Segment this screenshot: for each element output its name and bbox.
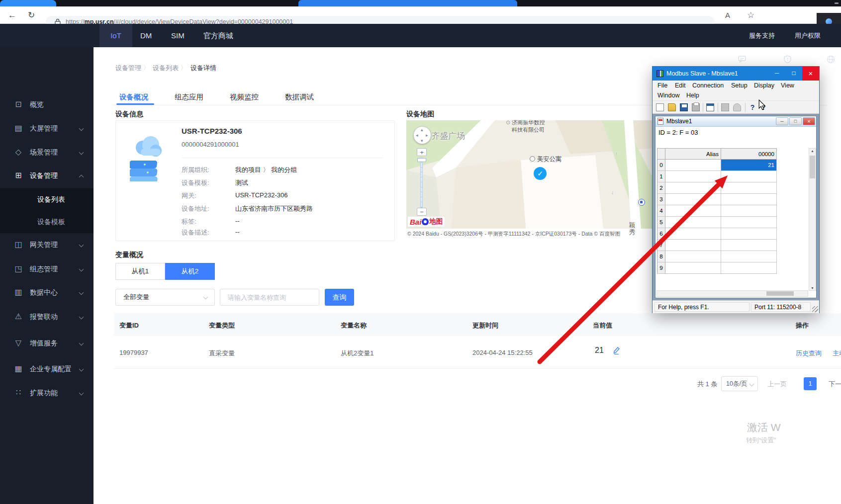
nav-item-iot[interactable]: IoT [99, 24, 132, 47]
slave2-tab[interactable]: 从机2 [165, 263, 215, 280]
breadcrumb-device-mgmt[interactable]: 设备管理 [115, 64, 141, 73]
grid-cell-alias-2[interactable] [665, 182, 721, 194]
menu-display[interactable]: Display [754, 81, 774, 90]
page-size-select[interactable]: 10条/页 [721, 376, 758, 391]
window-pane-icon[interactable] [706, 103, 714, 111]
new-file-icon[interactable] [656, 103, 664, 111]
map-zoom-slider-thumb[interactable] [417, 158, 426, 162]
close-button[interactable]: × [802, 67, 819, 81]
grid-cell-value-1[interactable] [721, 171, 777, 182]
sidebar-item-alarm[interactable]: ⚠ 报警联动 [0, 310, 93, 323]
grid-cell-value-8[interactable] [721, 251, 777, 262]
doc-titlebar[interactable]: Mbslave1 ─ □ × [655, 116, 816, 127]
map-pan-control[interactable]: ▴ ▾ ◂ ▸ [413, 126, 431, 144]
browser-window-controls-icon[interactable] [835, 2, 839, 4]
nav-item-dm[interactable]: DM [140, 24, 152, 47]
sidebar-item-value-added[interactable]: ▽ 增值服务 [0, 336, 93, 349]
minimize-button[interactable]: ─ [768, 67, 785, 81]
pan-down-icon[interactable]: ▾ [421, 138, 423, 143]
next-page-button[interactable]: 下一页 [829, 380, 841, 389]
help-icon[interactable]: ? [748, 103, 756, 111]
action-clipped[interactable]: 主动 [833, 349, 841, 358]
print-icon[interactable] [692, 103, 700, 111]
grid-cell-alias-1[interactable] [665, 171, 721, 182]
grid-cell-value-0-selected[interactable]: 21 [721, 160, 777, 171]
edit-value-pencil-icon[interactable] [613, 346, 620, 354]
maximize-button[interactable]: □ [785, 67, 802, 81]
grid-cell-alias-8[interactable] [665, 251, 721, 262]
doc-maximize-button[interactable]: □ [789, 117, 802, 125]
menu-setup[interactable]: Setup [731, 81, 748, 90]
modbus-slave-window[interactable]: Modbus Slave - Mbslave1 ─ □ × File Edit … [652, 66, 820, 313]
menu-window[interactable]: Window [657, 90, 679, 100]
save-file-icon[interactable] [680, 103, 688, 111]
grid-vertical-scrollbar[interactable]: ▲▼ [809, 148, 816, 291]
nav-item-sim[interactable]: SIM [171, 24, 185, 47]
grid-cell-alias-9[interactable] [665, 262, 721, 274]
refresh-icon[interactable]: ↻ [28, 6, 35, 24]
menu-help[interactable]: Help [686, 90, 699, 100]
browser-tab-group[interactable] [298, 0, 517, 6]
grid-cell-value-9[interactable] [721, 262, 777, 274]
disconnect-icon[interactable] [733, 103, 741, 111]
grid-cell-value-6[interactable] [721, 228, 777, 240]
read-aloud-icon[interactable]: A [725, 6, 730, 24]
grid-cell-alias-3[interactable] [665, 194, 721, 205]
sidebar-item-bigscreen[interactable]: ▤ 大屏管理 [0, 122, 93, 135]
context-help-icon[interactable]: ? [759, 103, 767, 111]
doc-minimize-button[interactable]: ─ [776, 117, 788, 125]
current-page-button[interactable]: 1 [804, 377, 817, 390]
scrollbar-thumb[interactable] [810, 156, 815, 178]
map-zoom-slider[interactable] [420, 157, 423, 208]
query-button[interactable]: 查询 [325, 289, 354, 306]
modbus-titlebar[interactable]: Modbus Slave - Mbslave1 ─ □ × [653, 67, 819, 81]
globe-icon[interactable] [827, 55, 835, 64]
sidebar-item-overview[interactable]: ⊡ 概览 [0, 98, 93, 111]
grid-horizontal-scrollbar[interactable] [656, 290, 808, 297]
device-location-marker[interactable]: ✓ [534, 167, 547, 180]
sidebar-item-gateway[interactable]: ◫ 网关管理 [0, 238, 93, 251]
grid-cell-alias-6[interactable] [665, 228, 721, 240]
back-icon[interactable]: ← [8, 6, 16, 24]
menu-edit[interactable]: Edit [675, 81, 686, 90]
tab-device-overview[interactable]: 设备概况 [119, 92, 148, 102]
sidebar-item-configuration[interactable]: ◳ 组态管理 [0, 262, 93, 275]
sidebar-item-device[interactable]: ⊞ 设备管理 [0, 169, 93, 182]
open-file-icon[interactable] [668, 103, 676, 111]
sidebar-item-enterprise[interactable]: ▦ 企业专属配置 [0, 362, 93, 375]
pan-right-icon[interactable]: ▸ [426, 133, 428, 138]
grid-cell-alias-0[interactable] [665, 160, 721, 171]
menu-connection[interactable]: Connection [692, 81, 724, 90]
permission-label[interactable]: 用户权限 [795, 24, 821, 47]
resize-grip[interactable] [812, 306, 818, 312]
sidebar-item-device-template[interactable]: 设备模板 [0, 211, 93, 233]
grid-cell-value-2[interactable] [721, 182, 777, 194]
grid-cell-value-3[interactable] [721, 194, 777, 205]
tab-scada-app[interactable]: 组态应用 [175, 92, 203, 102]
breadcrumb-device-list[interactable]: 设备列表 [153, 64, 179, 73]
pan-up-icon[interactable]: ▴ [421, 127, 423, 132]
action-history-query[interactable]: 历史查询 [796, 349, 822, 358]
prev-page-button[interactable]: 上一页 [767, 380, 787, 389]
variable-type-select[interactable]: 全部变量 [115, 289, 215, 306]
grid-cell-alias-4[interactable] [665, 205, 721, 217]
nav-item-mall[interactable]: 官方商城 [203, 24, 233, 47]
favorite-star-icon[interactable]: ☆ [747, 6, 754, 24]
sidebar-item-extensions[interactable]: ∷ 扩展功能 [0, 386, 93, 399]
sidebar-item-device-list[interactable]: 设备列表 [0, 188, 93, 211]
menu-view[interactable]: View [781, 81, 794, 90]
device-map[interactable]: ▴ ▾ ◂ ▸ + − ⊙ 济南振华数控 科技有限公司 齐盛广场 美安公寓 ↑ … [406, 120, 662, 241]
tab-video-monitor[interactable]: 视频监控 [230, 92, 259, 102]
browser-active-tab[interactable] [0, 0, 56, 6]
grid-cell-alias-7[interactable] [665, 240, 721, 251]
grid-cell-value-7[interactable] [721, 240, 777, 251]
grid-cell-alias-5[interactable] [665, 217, 721, 228]
grid-cell-value-4[interactable] [721, 205, 777, 217]
grid-cell-value-5[interactable] [721, 217, 777, 228]
map-zoom-in-button[interactable]: + [417, 148, 427, 156]
tab-data-debug[interactable]: 数据调试 [285, 92, 314, 102]
variable-search-input[interactable] [220, 289, 319, 306]
menu-file[interactable]: File [657, 81, 667, 90]
connect-icon[interactable] [721, 103, 729, 111]
support-label[interactable]: 服务支持 [749, 24, 775, 47]
